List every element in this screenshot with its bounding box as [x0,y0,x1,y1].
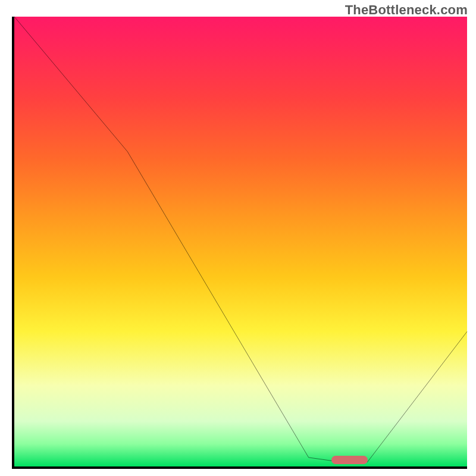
optimal-range-marker [331,456,368,464]
chart-container: TheBottleneck.com [0,0,476,476]
watermark-label: TheBottleneck.com [345,2,468,18]
bottleneck-curve [14,17,467,466]
plot-area [12,17,467,469]
